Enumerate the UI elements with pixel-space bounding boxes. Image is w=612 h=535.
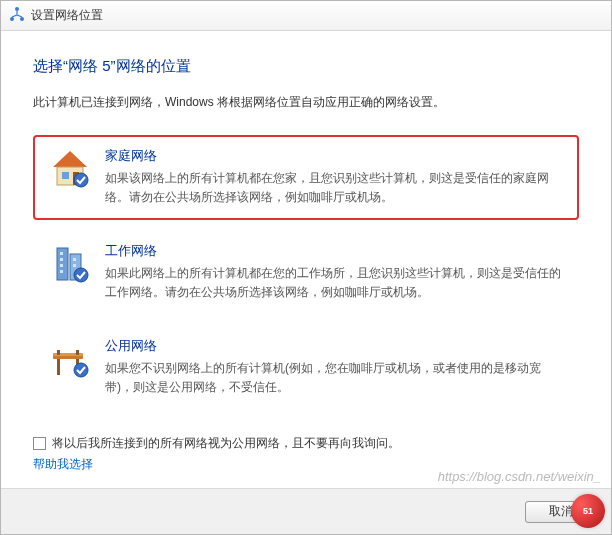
option-home-network[interactable]: 家庭网络 如果该网络上的所有计算机都在您家，且您识别这些计算机，则这是受信任的家…: [33, 135, 579, 220]
option-work-title: 工作网络: [105, 242, 565, 260]
svg-rect-5: [62, 172, 69, 179]
dialog-footer: 取消: [1, 488, 611, 534]
option-work-desc: 如果此网络上的所有计算机都在您的工作场所，且您识别这些计算机，则这是受信任的工作…: [105, 264, 565, 301]
treat-as-public-checkbox[interactable]: [33, 437, 46, 450]
svg-rect-10: [60, 258, 63, 261]
svg-rect-14: [73, 264, 76, 267]
svg-rect-20: [76, 350, 79, 355]
svg-rect-17: [57, 359, 60, 375]
svg-rect-11: [60, 264, 63, 267]
svg-marker-3: [53, 151, 87, 167]
option-public-network[interactable]: 公用网络 如果您不识别网络上的所有计算机(例如，您在咖啡厅或机场，或者使用的是移…: [33, 325, 579, 410]
option-work-network[interactable]: 工作网络 如果此网络上的所有计算机都在您的工作场所，且您识别这些计算机，则这是受…: [33, 230, 579, 315]
svg-rect-13: [73, 258, 76, 261]
svg-rect-12: [60, 270, 63, 273]
page-subtext: 此计算机已连接到网络，Windows 将根据网络位置自动应用正确的网络设置。: [33, 94, 579, 111]
svg-point-1: [20, 17, 24, 21]
cancel-button[interactable]: 取消: [525, 501, 597, 523]
page-heading: 选择“网络 5”网络的位置: [33, 57, 579, 76]
public-icon: [47, 337, 93, 383]
option-public-title: 公用网络: [105, 337, 565, 355]
svg-rect-9: [60, 252, 63, 255]
svg-rect-19: [57, 350, 60, 355]
treat-as-public-row: 将以后我所连接到的所有网络视为公用网络，且不要再向我询问。: [1, 421, 611, 452]
titlebar: 设置网络位置: [1, 1, 611, 31]
option-public-desc: 如果您不识别网络上的所有计算机(例如，您在咖啡厅或机场，或者使用的是移动宽带)，…: [105, 359, 565, 396]
work-icon: [47, 242, 93, 288]
help-me-choose-link[interactable]: 帮助我选择: [1, 452, 611, 477]
option-home-desc: 如果该网络上的所有计算机都在您家，且您识别这些计算机，则这是受信任的家庭网络。请…: [105, 169, 565, 206]
svg-point-2: [15, 7, 19, 11]
treat-as-public-label: 将以后我所连接到的所有网络视为公用网络，且不要再向我询问。: [52, 435, 400, 452]
svg-point-0: [10, 17, 14, 21]
content-area: 选择“网络 5”网络的位置 此计算机已连接到网络，Windows 将根据网络位置…: [1, 31, 611, 411]
option-home-title: 家庭网络: [105, 147, 565, 165]
window-title: 设置网络位置: [31, 7, 103, 24]
home-icon: [47, 147, 93, 193]
network-location-icon: [9, 6, 25, 25]
